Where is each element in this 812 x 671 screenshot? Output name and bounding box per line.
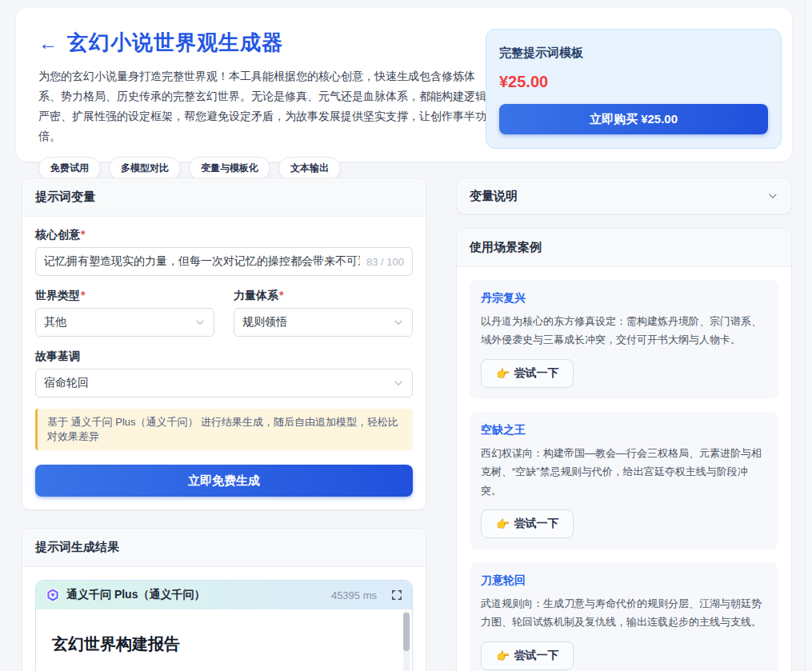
tag-multi-model: 多模型对比 bbox=[109, 157, 181, 180]
case-item-kongque: 空缺之王 西幻权谋向：构建帝国—教会—行会三权格局、元素进阶与相克树、“空缺”禁… bbox=[470, 412, 778, 549]
results-header: 提示词生成结果 bbox=[22, 529, 426, 567]
story-tone-label: 故事基调 bbox=[35, 349, 413, 364]
expand-fullscreen-icon[interactable] bbox=[391, 589, 402, 601]
chevron-down-icon bbox=[393, 317, 404, 328]
hero-description: 为您的玄幻小说量身打造完整世界观！本工具能根据您的核心创意，快速生成包含修炼体系… bbox=[38, 66, 491, 146]
world-type-value: 其他 bbox=[44, 315, 66, 330]
chevron-down-icon bbox=[194, 317, 206, 328]
results-body: 通义千问 Plus（通义千问） 45395 ms 玄幻世界构建报告 一、世界基础… bbox=[22, 567, 426, 671]
try-it-button[interactable]: 👉 尝试一下 bbox=[481, 641, 574, 670]
use-cases-header: 使用场景案例 bbox=[457, 229, 791, 267]
price-card-title: 完整提示词模板 bbox=[499, 46, 768, 61]
required-asterisk: * bbox=[279, 289, 283, 302]
case-description: 以丹道为核心的东方修真设定：需构建炼丹境阶、宗门谱系、域外侵袭史与三幕成长冲突，… bbox=[481, 312, 767, 349]
price-card: 完整提示词模板 ¥25.00 立即购买 ¥25.00 bbox=[486, 29, 782, 149]
use-cases-body: 丹宗复兴 以丹道为核心的东方修真设定：需构建炼丹境阶、宗门谱系、域外侵袭史与三幕… bbox=[457, 267, 791, 671]
model-notice: 基于 通义千问 Plus（通义千问） 进行结果生成，随后自由追加模型，轻松比对效… bbox=[35, 409, 413, 450]
chevron-down-icon bbox=[767, 190, 778, 202]
power-system-label-text: 力量体系 bbox=[234, 289, 278, 302]
char-counter: 83 / 100 bbox=[366, 256, 404, 268]
try-it-label: 尝试一下 bbox=[514, 366, 558, 381]
latency-value: 45395 ms bbox=[331, 589, 377, 601]
story-tone-value: 宿命轮回 bbox=[44, 376, 89, 390]
back-button[interactable]: ← bbox=[38, 34, 58, 53]
case-item-daoyi: 刀意轮回 武道规则向：生成刀意与寿命代价的规则分层、江湖与朝廷势力图、轮回试炼机… bbox=[470, 562, 778, 671]
case-title: 丹宗复兴 bbox=[481, 291, 767, 306]
variables-info-title: 变量说明 bbox=[470, 189, 518, 204]
model-result-panel: 通义千问 Plus（通义千问） 45395 ms 玄幻世界构建报告 一、世界基础… bbox=[35, 580, 413, 671]
core-idea-input[interactable]: 记忆拥有塑造现实的力量，但每一次对记忆的操控都会带来不可逆转的代价。主角被 83… bbox=[35, 247, 413, 276]
page-title: 玄幻小说世界观生成器 bbox=[67, 29, 283, 57]
use-cases-card: 使用场景案例 丹宗复兴 以丹道为核心的东方修真设定：需构建炼丹境阶、宗门谱系、域… bbox=[456, 228, 792, 671]
prompt-variables-header: 提示词变量 bbox=[22, 178, 426, 217]
power-system-field: 力量体系* 规则领悟 bbox=[234, 289, 413, 337]
price-value: ¥25.00 bbox=[499, 73, 768, 91]
core-idea-label: 核心创意* bbox=[35, 228, 413, 242]
tag-row: 免费试用 多模型对比 变量与模板化 文本输出 bbox=[38, 157, 770, 180]
try-it-label: 尝试一下 bbox=[514, 517, 558, 531]
pointing-hand-icon: 👉 bbox=[496, 649, 510, 662]
required-asterisk: * bbox=[81, 289, 85, 302]
case-description: 武道规则向：生成刀意与寿命代价的规则分层、江湖与朝廷势力图、轮回试炼机制及复仇线… bbox=[481, 594, 767, 632]
try-it-button[interactable]: 👉 尝试一下 bbox=[481, 509, 574, 538]
try-it-label: 尝试一下 bbox=[514, 649, 558, 663]
power-system-label: 力量体系* bbox=[234, 289, 413, 303]
right-column: 变量说明 使用场景案例 丹宗复兴 以丹道为核心的东方修真设定：需构建炼丹境阶、宗… bbox=[456, 178, 792, 671]
world-type-label-text: 世界类型 bbox=[35, 289, 80, 302]
buy-now-button[interactable]: 立即购买 ¥25.00 bbox=[499, 104, 768, 134]
result-scrollbar-thumb[interactable] bbox=[403, 613, 410, 651]
required-asterisk: * bbox=[81, 228, 85, 241]
prompt-variables-card: 提示词变量 核心创意* 记忆拥有塑造现实的力量，但每一次对记忆的操控都会带来不可… bbox=[22, 178, 426, 510]
story-tone-select[interactable]: 宿命轮回 bbox=[35, 369, 413, 397]
model-name: 通义千问 Plus（通义千问） bbox=[66, 588, 325, 602]
world-type-label: 世界类型* bbox=[35, 289, 214, 303]
main-columns: 提示词变量 核心创意* 记忆拥有塑造现实的力量，但每一次对记忆的操控都会带来不可… bbox=[22, 178, 792, 671]
power-system-select[interactable]: 规则领悟 bbox=[234, 308, 413, 337]
left-column: 提示词变量 核心创意* 记忆拥有塑造现实的力量，但每一次对记忆的操控都会带来不可… bbox=[22, 178, 426, 671]
type-power-row: 世界类型* 其他 力量体系* 规则领悟 bbox=[35, 289, 413, 337]
prompt-variables-body: 核心创意* 记忆拥有塑造现实的力量，但每一次对记忆的操控都会带来不可逆转的代价。… bbox=[22, 217, 426, 509]
tongyi-model-icon bbox=[46, 588, 60, 602]
try-it-button[interactable]: 👉 尝试一下 bbox=[481, 359, 574, 388]
model-result-header: 通义千问 Plus（通义千问） 45395 ms bbox=[36, 581, 412, 609]
pointing-hand-icon: 👉 bbox=[496, 517, 510, 530]
generate-button[interactable]: 立即免费生成 bbox=[35, 465, 413, 497]
pointing-hand-icon: 👉 bbox=[496, 367, 510, 380]
core-idea-value: 记忆拥有塑造现实的力量，但每一次对记忆的操控都会带来不可逆转的代价。主角被 bbox=[44, 254, 360, 269]
hero-panel: ← 玄幻小说世界观生成器 为您的玄幻小说量身打造完整世界观！本工具能根据您的核心… bbox=[16, 8, 792, 162]
world-type-field: 世界类型* 其他 bbox=[35, 289, 214, 337]
case-title: 刀意轮回 bbox=[481, 573, 767, 588]
power-system-value: 规则领悟 bbox=[242, 315, 287, 330]
case-title: 空缺之王 bbox=[481, 423, 767, 437]
core-idea-label-text: 核心创意 bbox=[35, 228, 80, 241]
results-card: 提示词生成结果 bbox=[22, 528, 426, 671]
report-title: 玄幻世界构建报告 bbox=[52, 633, 390, 655]
variables-info-collapsible[interactable]: 变量说明 bbox=[456, 178, 792, 214]
world-type-select[interactable]: 其他 bbox=[35, 308, 214, 337]
chevron-down-icon bbox=[393, 377, 404, 389]
page-scrollbar[interactable] bbox=[805, 0, 812, 671]
model-result-content: 玄幻世界构建报告 一、世界基础设定 世界名为「忆墟界」，乃由众生记忆凝结而成的虚… bbox=[36, 609, 412, 671]
story-tone-field: 故事基调 宿命轮回 bbox=[35, 349, 413, 397]
tag-text-output: 文本输出 bbox=[278, 157, 341, 180]
result-scrollbar-track[interactable] bbox=[403, 611, 410, 671]
case-item-danzong: 丹宗复兴 以丹道为核心的东方修真设定：需构建炼丹境阶、宗门谱系、域外侵袭史与三幕… bbox=[470, 280, 778, 399]
tag-free-trial: 免费试用 bbox=[38, 157, 101, 180]
tag-variables-template: 变量与模板化 bbox=[189, 157, 270, 180]
case-description: 西幻权谋向：构建帝国—教会—行会三权格局、元素进阶与相克树、“空缺”禁忌规则与代… bbox=[481, 444, 767, 500]
